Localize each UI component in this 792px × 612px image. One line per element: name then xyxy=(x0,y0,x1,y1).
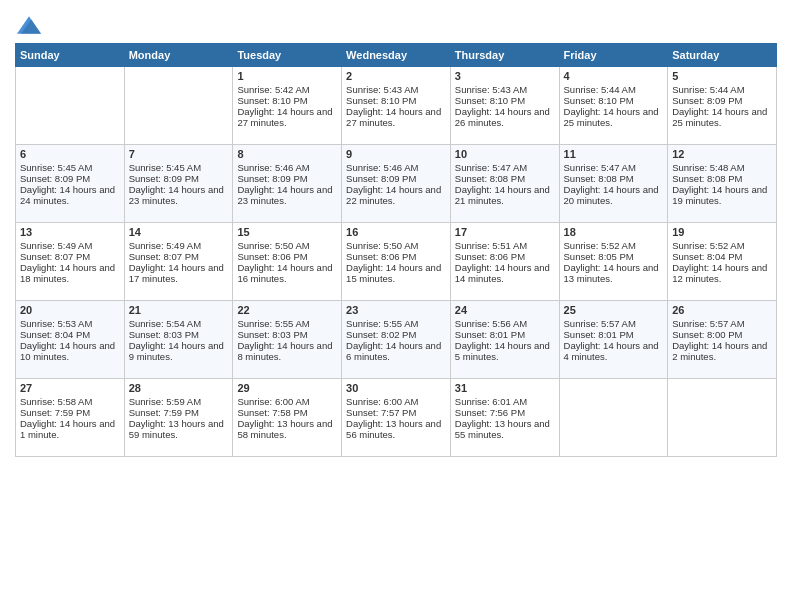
day-detail: Daylight: 14 hours and 9 minutes. xyxy=(129,340,229,362)
day-number: 13 xyxy=(20,226,120,238)
day-number: 26 xyxy=(672,304,772,316)
day-detail: Sunset: 8:01 PM xyxy=(455,329,555,340)
day-number: 22 xyxy=(237,304,337,316)
day-detail: Sunset: 8:10 PM xyxy=(237,95,337,106)
day-detail: Sunrise: 5:57 AM xyxy=(672,318,772,329)
day-cell: 28Sunrise: 5:59 AMSunset: 7:59 PMDayligh… xyxy=(124,379,233,457)
day-number: 2 xyxy=(346,70,446,82)
day-cell: 9Sunrise: 5:46 AMSunset: 8:09 PMDaylight… xyxy=(342,145,451,223)
day-number: 25 xyxy=(564,304,664,316)
day-detail: Sunset: 8:06 PM xyxy=(346,251,446,262)
header-row: SundayMondayTuesdayWednesdayThursdayFrid… xyxy=(16,44,777,67)
day-detail: Sunset: 7:56 PM xyxy=(455,407,555,418)
day-detail: Sunrise: 5:44 AM xyxy=(672,84,772,95)
header-cell-sunday: Sunday xyxy=(16,44,125,67)
day-detail: Sunrise: 5:52 AM xyxy=(672,240,772,251)
day-detail: Daylight: 14 hours and 26 minutes. xyxy=(455,106,555,128)
day-detail: Sunset: 8:02 PM xyxy=(346,329,446,340)
day-cell xyxy=(124,67,233,145)
day-detail: Sunrise: 6:00 AM xyxy=(237,396,337,407)
day-detail: Sunset: 8:10 PM xyxy=(564,95,664,106)
header-cell-monday: Monday xyxy=(124,44,233,67)
logo-icon xyxy=(17,15,41,35)
header-cell-tuesday: Tuesday xyxy=(233,44,342,67)
day-cell: 7Sunrise: 5:45 AMSunset: 8:09 PMDaylight… xyxy=(124,145,233,223)
header-cell-saturday: Saturday xyxy=(668,44,777,67)
day-detail: Sunrise: 5:50 AM xyxy=(346,240,446,251)
day-cell xyxy=(668,379,777,457)
day-detail: Sunrise: 5:44 AM xyxy=(564,84,664,95)
day-cell: 26Sunrise: 5:57 AMSunset: 8:00 PMDayligh… xyxy=(668,301,777,379)
day-detail: Sunset: 8:05 PM xyxy=(564,251,664,262)
day-detail: Sunset: 7:58 PM xyxy=(237,407,337,418)
day-detail: Sunrise: 5:46 AM xyxy=(346,162,446,173)
day-detail: Daylight: 14 hours and 6 minutes. xyxy=(346,340,446,362)
day-cell: 31Sunrise: 6:01 AMSunset: 7:56 PMDayligh… xyxy=(450,379,559,457)
day-number: 23 xyxy=(346,304,446,316)
day-detail: Sunset: 7:57 PM xyxy=(346,407,446,418)
day-detail: Sunrise: 5:45 AM xyxy=(129,162,229,173)
day-detail: Sunrise: 5:49 AM xyxy=(20,240,120,251)
calendar-page: SundayMondayTuesdayWednesdayThursdayFrid… xyxy=(0,0,792,612)
day-detail: Daylight: 14 hours and 1 minute. xyxy=(20,418,120,440)
day-detail: Sunset: 7:59 PM xyxy=(129,407,229,418)
day-detail: Daylight: 14 hours and 4 minutes. xyxy=(564,340,664,362)
day-number: 16 xyxy=(346,226,446,238)
day-detail: Sunrise: 5:48 AM xyxy=(672,162,772,173)
day-cell: 14Sunrise: 5:49 AMSunset: 8:07 PMDayligh… xyxy=(124,223,233,301)
day-number: 20 xyxy=(20,304,120,316)
header-cell-wednesday: Wednesday xyxy=(342,44,451,67)
day-number: 11 xyxy=(564,148,664,160)
day-detail: Daylight: 14 hours and 20 minutes. xyxy=(564,184,664,206)
day-detail: Sunset: 8:00 PM xyxy=(672,329,772,340)
day-cell: 2Sunrise: 5:43 AMSunset: 8:10 PMDaylight… xyxy=(342,67,451,145)
day-detail: Sunset: 8:08 PM xyxy=(455,173,555,184)
day-cell: 25Sunrise: 5:57 AMSunset: 8:01 PMDayligh… xyxy=(559,301,668,379)
day-number: 8 xyxy=(237,148,337,160)
day-detail: Sunset: 8:09 PM xyxy=(237,173,337,184)
day-detail: Sunset: 8:07 PM xyxy=(129,251,229,262)
day-cell: 4Sunrise: 5:44 AMSunset: 8:10 PMDaylight… xyxy=(559,67,668,145)
day-detail: Sunset: 8:10 PM xyxy=(455,95,555,106)
day-detail: Daylight: 14 hours and 24 minutes. xyxy=(20,184,120,206)
day-cell: 3Sunrise: 5:43 AMSunset: 8:10 PMDaylight… xyxy=(450,67,559,145)
day-cell: 21Sunrise: 5:54 AMSunset: 8:03 PMDayligh… xyxy=(124,301,233,379)
day-detail: Sunset: 8:03 PM xyxy=(129,329,229,340)
day-cell: 18Sunrise: 5:52 AMSunset: 8:05 PMDayligh… xyxy=(559,223,668,301)
day-detail: Daylight: 14 hours and 27 minutes. xyxy=(237,106,337,128)
day-detail: Sunset: 8:09 PM xyxy=(129,173,229,184)
day-number: 9 xyxy=(346,148,446,160)
logo xyxy=(15,15,41,35)
day-detail: Daylight: 14 hours and 25 minutes. xyxy=(564,106,664,128)
day-cell: 1Sunrise: 5:42 AMSunset: 8:10 PMDaylight… xyxy=(233,67,342,145)
day-number: 6 xyxy=(20,148,120,160)
day-number: 17 xyxy=(455,226,555,238)
day-cell xyxy=(16,67,125,145)
day-detail: Daylight: 14 hours and 15 minutes. xyxy=(346,262,446,284)
day-cell: 29Sunrise: 6:00 AMSunset: 7:58 PMDayligh… xyxy=(233,379,342,457)
day-cell: 11Sunrise: 5:47 AMSunset: 8:08 PMDayligh… xyxy=(559,145,668,223)
day-number: 18 xyxy=(564,226,664,238)
day-detail: Sunset: 8:09 PM xyxy=(346,173,446,184)
day-cell: 13Sunrise: 5:49 AMSunset: 8:07 PMDayligh… xyxy=(16,223,125,301)
day-detail: Sunrise: 5:46 AM xyxy=(237,162,337,173)
day-number: 5 xyxy=(672,70,772,82)
day-detail: Sunset: 8:08 PM xyxy=(564,173,664,184)
week-row-1: 1Sunrise: 5:42 AMSunset: 8:10 PMDaylight… xyxy=(16,67,777,145)
day-detail: Daylight: 14 hours and 25 minutes. xyxy=(672,106,772,128)
day-detail: Sunrise: 5:55 AM xyxy=(346,318,446,329)
day-detail: Daylight: 13 hours and 55 minutes. xyxy=(455,418,555,440)
day-detail: Daylight: 13 hours and 56 minutes. xyxy=(346,418,446,440)
day-detail: Daylight: 14 hours and 13 minutes. xyxy=(564,262,664,284)
day-cell: 27Sunrise: 5:58 AMSunset: 7:59 PMDayligh… xyxy=(16,379,125,457)
day-detail: Sunset: 7:59 PM xyxy=(20,407,120,418)
day-number: 19 xyxy=(672,226,772,238)
day-detail: Daylight: 14 hours and 19 minutes. xyxy=(672,184,772,206)
week-row-4: 20Sunrise: 5:53 AMSunset: 8:04 PMDayligh… xyxy=(16,301,777,379)
day-cell: 30Sunrise: 6:00 AMSunset: 7:57 PMDayligh… xyxy=(342,379,451,457)
day-detail: Daylight: 14 hours and 23 minutes. xyxy=(237,184,337,206)
day-cell: 22Sunrise: 5:55 AMSunset: 8:03 PMDayligh… xyxy=(233,301,342,379)
day-number: 24 xyxy=(455,304,555,316)
day-number: 28 xyxy=(129,382,229,394)
day-cell: 19Sunrise: 5:52 AMSunset: 8:04 PMDayligh… xyxy=(668,223,777,301)
